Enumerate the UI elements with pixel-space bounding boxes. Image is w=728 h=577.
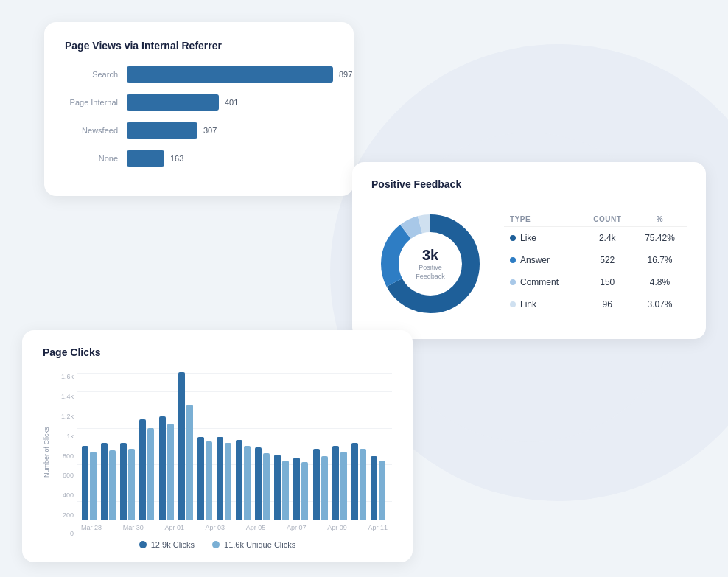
feedback-pct: 75.42% — [633, 227, 687, 250]
donut-chart: 3k PositiveFeedback — [371, 205, 489, 323]
feedback-pct: 3.07% — [633, 293, 687, 315]
col-header-pct: % — [633, 212, 687, 227]
feedback-type: Link — [504, 293, 582, 315]
bar-track: 163 — [127, 150, 333, 167]
bar-row-none: None 163 — [65, 150, 333, 167]
horizontal-bar-chart: Search 897 Page Internal 401 Newsfeed 30… — [65, 66, 333, 167]
bar-track: 401 — [127, 94, 333, 111]
feedback-count: 150 — [582, 271, 634, 293]
bar-label: Search — [65, 70, 118, 79]
feedback-count: 96 — [582, 293, 634, 315]
bar-track: 897 — [127, 66, 352, 83]
bar-track: 307 — [127, 122, 333, 139]
legend-dot-primary — [139, 541, 147, 548]
x-axis-labels: Mar 28 Mar 30 Apr 01 Apr 03 Apr 05 Apr 0… — [77, 524, 392, 531]
bar-label: Newsfeed — [65, 126, 118, 135]
y-axis-label: Number of Clicks — [43, 373, 50, 531]
feedback-pct: 16.7% — [633, 249, 687, 271]
page-clicks-card: Page Clicks Number of Clicks 1.6k 1.4k 1… — [22, 330, 413, 562]
x-label: Apr 01 — [164, 524, 184, 531]
bars-container — [77, 372, 392, 520]
legend-label-clicks: 12.9k Clicks — [151, 540, 195, 549]
bar-row-page-internal: Page Internal 401 — [65, 94, 333, 111]
page-clicks-title: Page Clicks — [43, 346, 392, 358]
feedback-pct: 4.8% — [633, 271, 687, 293]
bar-row-newsfeed: Newsfeed 307 — [65, 122, 333, 139]
bar-chart-area: Number of Clicks 1.6k 1.4k 1.2k 1k 800 6… — [43, 373, 392, 549]
bar-fill — [127, 150, 164, 167]
donut-value: 3k — [416, 247, 445, 264]
x-label: Mar 28 — [81, 524, 102, 531]
bar-label: Page Internal — [65, 98, 118, 107]
donut-label: PositiveFeedback — [416, 264, 445, 281]
x-label: Apr 03 — [206, 524, 225, 531]
table-row: Link 96 3.07% — [504, 293, 687, 315]
bar-value: 307 — [203, 126, 217, 135]
bar-value: 897 — [339, 70, 352, 79]
legend-dot-secondary — [212, 541, 220, 548]
page-views-card: Page Views via Internal Referrer Search … — [44, 22, 354, 196]
bar-fill — [127, 66, 333, 83]
col-header-count: COUNT — [582, 212, 634, 227]
dashboard: Page Views via Internal Referrer Search … — [0, 0, 728, 577]
bar-value: 401 — [225, 98, 238, 107]
table-row: Answer 522 16.7% — [504, 249, 687, 271]
feedback-count: 2.4k — [582, 227, 634, 250]
positive-feedback-card: Positive Feedback 3k Po — [352, 162, 706, 339]
legend-unique-clicks: 11.6k Unique Clicks — [212, 540, 295, 549]
table-row: Comment 150 4.8% — [504, 271, 687, 293]
col-header-type: TYPE — [504, 212, 582, 227]
donut-center: 3k PositiveFeedback — [416, 247, 445, 281]
x-label: Apr 07 — [287, 524, 307, 531]
x-label: Apr 05 — [246, 524, 266, 531]
legend-clicks: 12.9k Clicks — [139, 540, 195, 549]
positive-feedback-title: Positive Feedback — [371, 178, 687, 190]
bar-label: None — [65, 154, 118, 163]
feedback-table: TYPE COUNT % Like 2.4k 75.42% — [504, 212, 687, 315]
chart-legend: 12.9k Clicks 11.6k Unique Clicks — [43, 540, 392, 549]
feedback-type: Like — [504, 227, 582, 250]
feedback-type: Comment — [504, 271, 582, 293]
chart-grid — [77, 373, 392, 520]
feedback-count: 522 — [582, 249, 634, 271]
x-label: Apr 11 — [368, 524, 388, 531]
feedback-type: Answer — [504, 249, 582, 271]
feedback-content: 3k PositiveFeedback TYPE COUNT % — [371, 205, 687, 323]
bar-fill — [127, 94, 219, 111]
x-label: Mar 30 — [123, 524, 144, 531]
chart-wrapper: Number of Clicks 1.6k 1.4k 1.2k 1k 800 6… — [43, 373, 392, 531]
bar-fill — [127, 122, 197, 139]
x-label: Apr 09 — [327, 524, 347, 531]
legend-label-unique: 11.6k Unique Clicks — [224, 540, 295, 549]
table-row: Like 2.4k 75.42% — [504, 227, 687, 250]
bar-row-search: Search 897 — [65, 66, 333, 83]
page-views-title: Page Views via Internal Referrer — [65, 40, 333, 52]
bar-value: 163 — [170, 154, 183, 163]
